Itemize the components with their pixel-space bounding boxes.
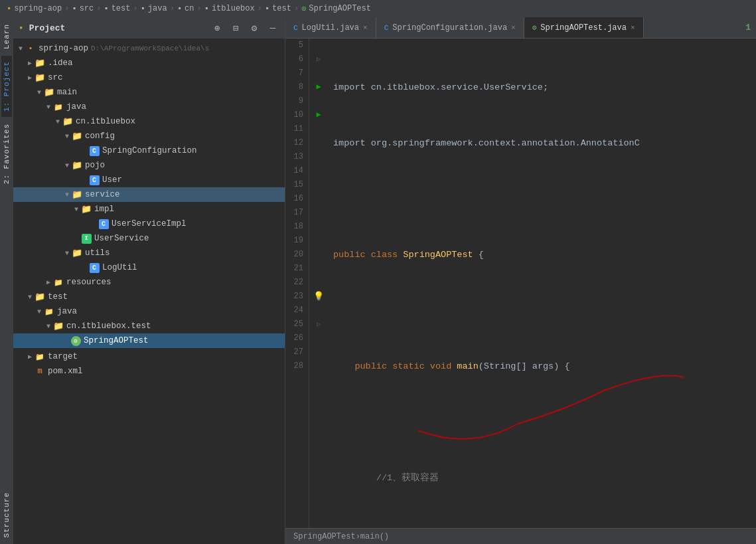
folder-test-icon: 📁	[35, 292, 45, 302]
tab-spring-config-label: SpringConfiguration.java	[392, 23, 507, 33]
code-line-7	[333, 192, 756, 206]
tree-item-idea[interactable]: ▶ 📁 .idea	[13, 56, 285, 70]
tab-spring-aop-test-close[interactable]: ×	[631, 24, 635, 32]
project-folder-icon: ▪	[25, 43, 36, 54]
breadcrumb: ▪ spring-aop › ▪ src › ▪ test › ▪ java ›…	[0, 0, 756, 17]
tree-item-spring-aop[interactable]: ▼ ▪ spring-aop D:\AProgramWorkSpace\idea…	[13, 41, 285, 56]
project-tab[interactable]: 1: Project	[1, 56, 12, 117]
tree-item-src[interactable]: ▶ 📁 src	[13, 70, 285, 85]
tree-item-spring-aop-test[interactable]: ⚙ SpringAOPTest	[13, 333, 285, 348]
tree-item-service[interactable]: ▼ 📁 service	[13, 187, 285, 202]
pom-icon: m	[35, 366, 45, 377]
tree-item-impl[interactable]: ▼ 📁 impl	[13, 202, 285, 217]
arrow-spring-aop: ▼	[16, 44, 25, 53]
folder-cn-icon: 📁	[62, 116, 73, 127]
code-line-11	[333, 415, 756, 429]
tab-spring-aop-test[interactable]: ⚙ SpringAOPTest.java ×	[524, 17, 644, 38]
project-toolbar: ▪ Project ⊕ ⊟ ⚙ —	[13, 17, 285, 39]
folder-resources-icon: 📁	[53, 277, 64, 288]
folder-src-icon: 📁	[35, 72, 45, 83]
folder-service-icon: 📁	[72, 189, 82, 200]
lightbulb-icon-23[interactable]: 💡	[313, 290, 324, 304]
tree-item-spring-config[interactable]: C SpringConfiguration	[13, 143, 285, 158]
folder-impl-icon: 📁	[81, 204, 92, 215]
tab-logutil-close[interactable]: ×	[363, 24, 368, 32]
class-user-service-impl-icon: C	[98, 219, 109, 229]
arrow-main: ▼	[35, 88, 44, 97]
run-icon-8[interactable]: ▶	[316, 80, 321, 94]
code-line-9	[333, 304, 756, 317]
folder-idea-icon: 📁	[35, 58, 45, 68]
folder-cn-test-icon: 📁	[53, 321, 64, 331]
folder-main-icon: 📁	[44, 87, 54, 98]
code-line-5: import cn.itbluebox.service.UserService;	[333, 80, 756, 94]
arrow-java-test: ▼	[35, 307, 44, 316]
structure-tab[interactable]: Structure	[1, 486, 12, 544]
arrow-resources: ▶	[44, 278, 53, 287]
gutter: ▷ ▶ ▶	[309, 39, 328, 528]
code-line-6: import org.springframework.context.annot…	[333, 136, 756, 150]
tab-spring-aop-test-icon: ⚙	[532, 23, 537, 32]
tree-item-target[interactable]: ▶ 📁 target	[13, 349, 285, 364]
line-numbers: 5 6 7 8 9 10 11 12 13 14 15 16 1	[285, 39, 309, 528]
tab-spring-config-close[interactable]: ×	[511, 24, 516, 32]
spring-aop-test-icon: ⚙	[70, 335, 81, 346]
class-spring-config-icon: C	[89, 145, 100, 156]
tree-item-resources[interactable]: ▶ 📁 resources	[13, 275, 285, 290]
tree-item-utils[interactable]: ▼ 📁 utils	[13, 246, 285, 260]
tab-end-marker: 1	[740, 17, 756, 38]
tree-item-java-test[interactable]: ▼ 📁 java	[13, 304, 285, 319]
file-tree: ▼ ▪ spring-aop D:\AProgramWorkSpace\idea…	[13, 39, 285, 544]
tab-spring-config[interactable]: C SpringConfiguration.java ×	[376, 17, 524, 38]
code-editor[interactable]: 5 6 7 8 9 10 11 12 13 14 15 16 1	[285, 39, 756, 528]
arrow-impl: ▼	[72, 205, 81, 214]
status-class: SpringAOPTest	[293, 532, 356, 541]
status-bar: SpringAOPTest › main()	[285, 528, 756, 544]
code-line-8: public class SpringAOPTest {	[333, 248, 756, 262]
favorites-tab[interactable]: 2: Favorites	[1, 117, 12, 191]
class-log-util-icon: C	[89, 262, 100, 273]
code-lines[interactable]: import cn.itbluebox.service.UserService;…	[328, 39, 756, 528]
toolbar-locate-icon[interactable]: ⊕	[210, 21, 224, 35]
toolbar-hide-icon[interactable]: —	[266, 21, 279, 35]
arrow-service: ▼	[62, 190, 72, 199]
arrow-cn-test: ▼	[44, 321, 53, 331]
tree-item-test[interactable]: ▼ 📁 test	[13, 290, 285, 304]
tab-logutil-label: LogUtil.java	[302, 23, 359, 33]
toolbar-settings-icon[interactable]: ⚙	[248, 21, 261, 35]
tree-item-java-main[interactable]: ▼ 📁 java	[13, 100, 285, 114]
tree-item-main[interactable]: ▼ 📁 main	[13, 85, 285, 100]
tree-item-cn-itbluebox[interactable]: ▼ 📁 cn.itbluebox	[13, 114, 285, 129]
arrow-src: ▶	[25, 73, 35, 82]
tree-item-user-service[interactable]: I UserService	[13, 231, 285, 246]
folder-java-icon: 📁	[53, 102, 64, 112]
code-line-12: //1、获取容器	[333, 471, 756, 485]
learn-tab[interactable]: Learn	[1, 17, 12, 56]
breadcrumb-folder-icon: ▪	[7, 4, 11, 13]
arrow-test: ▼	[25, 292, 35, 302]
arrow-utils: ▼	[62, 248, 72, 258]
project-title: Project	[29, 23, 66, 33]
fold-icon-25[interactable]: ▷	[317, 317, 321, 331]
tree-item-user-service-impl[interactable]: C UserServiceImpl	[13, 217, 285, 231]
code-line-13: AnnotationConfigApplicationContext	[333, 527, 756, 528]
run-icon-10[interactable]: ▶	[316, 108, 321, 122]
tree-item-user[interactable]: C User	[13, 173, 285, 187]
tree-label-spring-aop: spring-aop	[38, 44, 88, 53]
tab-logutil[interactable]: C LogUtil.java ×	[285, 17, 376, 38]
tree-item-pom[interactable]: m pom.xml	[13, 364, 285, 379]
arrow-target: ▶	[25, 352, 35, 361]
fold-icon-6[interactable]: ▷	[317, 52, 321, 66]
arrow-config: ▼	[62, 132, 72, 141]
tree-item-pojo[interactable]: ▼ 📁 pojo	[13, 158, 285, 173]
code-line-10: public static void main(String[] args) {	[333, 359, 756, 373]
status-method: main()	[360, 532, 389, 541]
toolbar-collapse-icon[interactable]: ⊟	[229, 21, 242, 35]
folder-pojo-icon: 📁	[72, 160, 82, 171]
folder-java-test-icon: 📁	[44, 306, 54, 317]
interface-user-service-icon: I	[81, 233, 92, 244]
tree-item-log-util[interactable]: C LogUtil	[13, 260, 285, 275]
tree-item-cn-itbluebox-test[interactable]: ▼ 📁 cn.itbluebox.test	[13, 319, 285, 333]
tree-item-config[interactable]: ▼ 📁 config	[13, 129, 285, 143]
folder-target-icon: 📁	[35, 351, 45, 362]
